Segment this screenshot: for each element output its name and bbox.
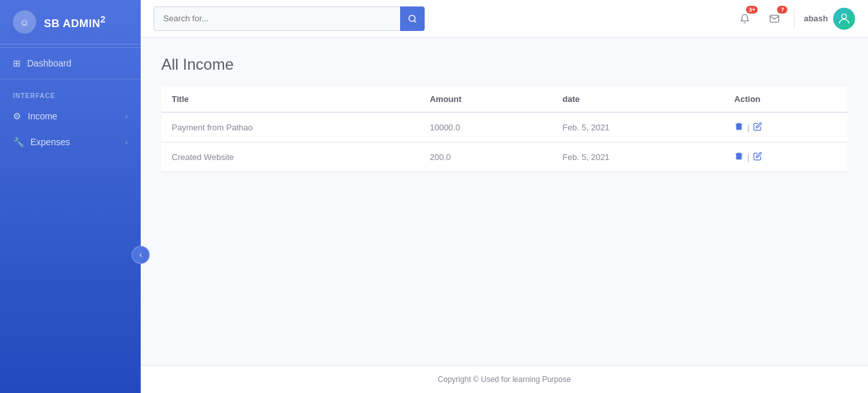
- table-header-row: Title Amount date Action: [161, 86, 847, 112]
- sidebar-brand: ☺ SB ADMIN2: [0, 0, 141, 45]
- cell-amount: 10000.0: [419, 112, 552, 143]
- page-content: All Income Title Amount date Action Paym…: [141, 37, 868, 365]
- footer-text: Copyright © Used for learning Purpose: [438, 375, 570, 384]
- sidebar-section-interface: INTERFACE: [0, 82, 141, 103]
- sidebar-collapse-button[interactable]: ‹: [132, 246, 150, 264]
- cell-date: Feb. 5, 2021: [552, 143, 724, 172]
- brand-logo: ☺: [13, 10, 36, 34]
- cell-action: |: [724, 112, 847, 143]
- sidebar-item-dashboard[interactable]: ⊞ Dashboard: [0, 50, 141, 76]
- cell-title: Payment from Pathao: [161, 112, 419, 143]
- sidebar: ☺ SB ADMIN2 ⊞ Dashboard INTERFACE ⚙ Inco…: [0, 0, 141, 393]
- cell-date: Feb. 5, 2021: [552, 112, 724, 143]
- topbar-right: 3+ 7 abash: [734, 8, 855, 30]
- topbar-divider: [794, 9, 794, 28]
- search-input[interactable]: [154, 6, 400, 31]
- footer: Copyright © Used for learning Purpose: [141, 365, 868, 393]
- messages-badge: 7: [777, 6, 787, 14]
- cell-amount: 200.0: [419, 143, 552, 172]
- action-separator: |: [747, 123, 749, 132]
- income-table: Title Amount date Action Payment from Pa…: [161, 86, 847, 172]
- sidebar-divider-top: [0, 47, 141, 48]
- main-content: 3+ 7 abash All Income: [141, 0, 868, 393]
- col-date: date: [552, 86, 724, 112]
- chevron-right-icon: ›: [125, 112, 128, 120]
- svg-line-1: [414, 20, 416, 22]
- col-title: Title: [161, 86, 419, 112]
- table-body: Payment from Pathao 10000.0 Feb. 5, 2021: [161, 112, 847, 172]
- envelope-icon: [769, 14, 780, 24]
- delete-icon[interactable]: [734, 152, 743, 163]
- notifications-button[interactable]: 3+: [734, 8, 755, 29]
- page-title: All Income: [161, 55, 847, 74]
- income-icon: ⚙: [13, 111, 21, 121]
- action-separator: |: [747, 152, 749, 162]
- edit-icon[interactable]: [753, 152, 762, 163]
- expenses-label: Expenses: [30, 137, 70, 147]
- table-row: Created Website 200.0 Feb. 5, 2021: [161, 143, 847, 172]
- avatar: [833, 8, 855, 30]
- cell-action: |: [724, 143, 847, 172]
- topbar: 3+ 7 abash: [141, 0, 868, 37]
- sidebar-item-income[interactable]: ⚙ Income ›: [0, 103, 141, 129]
- search-icon: [408, 14, 417, 23]
- expenses-icon: 🔧: [13, 137, 24, 147]
- col-action: Action: [724, 86, 847, 112]
- topbar-user[interactable]: abash: [803, 8, 855, 30]
- chevron-right-icon-2: ›: [125, 138, 128, 146]
- table-row: Payment from Pathao 10000.0 Feb. 5, 2021: [161, 112, 847, 143]
- cell-title: Created Website: [161, 143, 419, 172]
- sidebar-divider-2: [0, 79, 141, 79]
- search-wrapper: [154, 6, 425, 31]
- topbar-username: abash: [803, 14, 828, 23]
- col-amount: Amount: [419, 86, 552, 112]
- messages-button[interactable]: 7: [764, 8, 785, 29]
- dashboard-label: Dashboard: [27, 58, 72, 68]
- bell-icon: [740, 14, 750, 24]
- dashboard-icon: ⊞: [13, 58, 21, 68]
- notifications-badge: 3+: [746, 6, 758, 14]
- avatar-icon: [837, 12, 851, 26]
- edit-icon[interactable]: [753, 122, 762, 133]
- svg-point-2: [842, 14, 846, 18]
- delete-icon[interactable]: [734, 122, 743, 133]
- search-button[interactable]: [400, 6, 425, 31]
- brand-title: SB ADMIN2: [44, 14, 106, 30]
- sidebar-item-expenses[interactable]: 🔧 Expenses ›: [0, 129, 141, 155]
- income-label: Income: [28, 111, 57, 121]
- table-header: Title Amount date Action: [161, 86, 847, 112]
- brand-logo-icon: ☺: [19, 17, 29, 28]
